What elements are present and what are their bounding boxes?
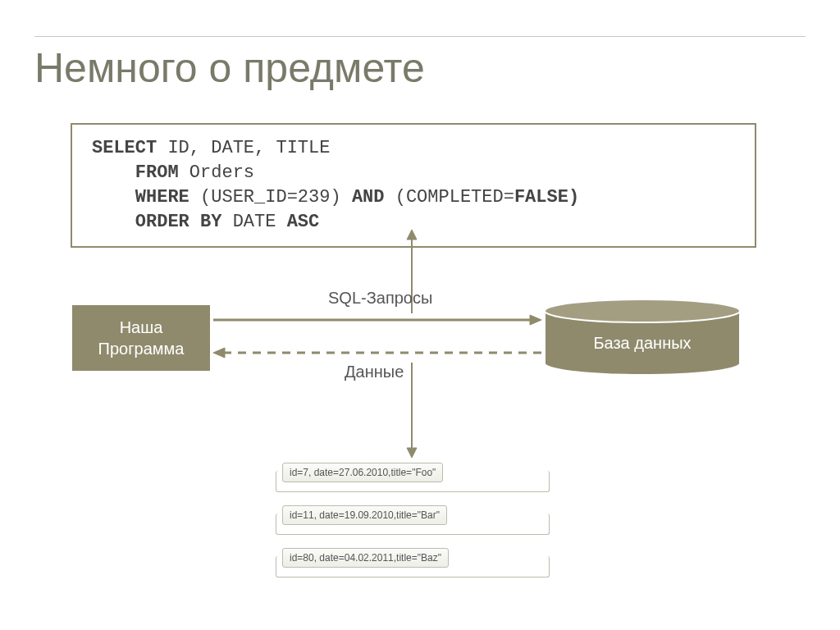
arrow-data-return [213,345,541,361]
program-node: Наша Программа [71,304,212,372]
result-row-3: id=80, date=04.02.2011,title="Baz" [282,548,545,568]
slide-title: Немного о предмете [34,44,425,92]
database-node: База данных [543,298,742,373]
database-label: База данных [543,334,742,353]
arrow-sql-label: SQL-Запросы [328,289,432,308]
svg-marker-5 [530,315,541,325]
arrow-data-label: Данные [345,363,404,381]
result-row-1: id=7, date=27.06.2010,title="Foo" [282,463,545,482]
svg-marker-1 [407,230,417,240]
svg-marker-7 [213,348,225,358]
title-rule [34,36,806,37]
arrow-sql-requests [213,312,541,328]
program-label: Наша Программа [98,317,185,359]
svg-marker-9 [407,448,417,458]
svg-point-3 [545,299,740,322]
result-row-2: id=11, date=19.09.2010,title="Bar" [282,505,545,525]
slide: Немного о предмете SELECT ID, DATE, TITL… [0,0,840,630]
arrow-data-to-results [402,363,422,458]
